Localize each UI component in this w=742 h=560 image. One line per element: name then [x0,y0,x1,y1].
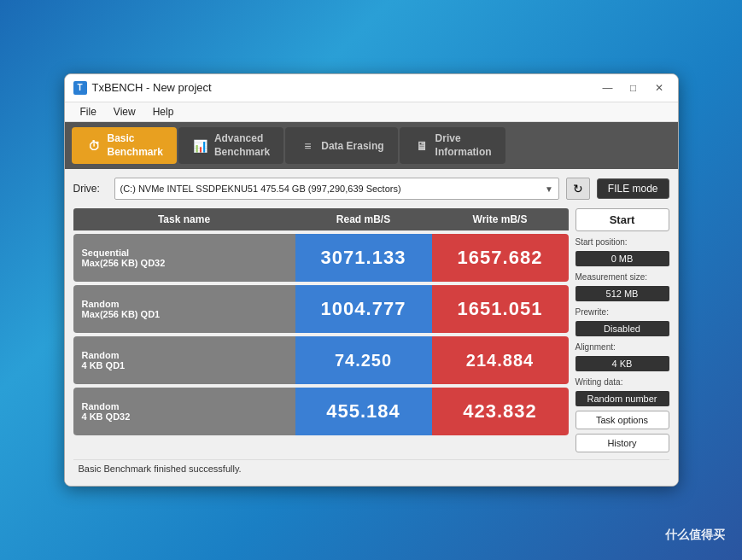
read-random-4k-qd1: 74.250 [295,336,432,384]
close-button[interactable]: ✕ [649,79,669,96]
window-title: TxBENCH - New project [92,81,212,94]
writing-data-label: Writing data: [575,377,669,387]
drive-row: Drive: (C:) NVMe INTEL SSDPEKNU51 475.54… [73,178,669,200]
drive-select[interactable]: (C:) NVMe INTEL SSDPEKNU51 475.54 GB (99… [114,178,559,200]
read-random-4k-qd32: 455.184 [295,388,432,435]
title-bar: T TxBENCH - New project — □ ✕ [65,74,678,102]
menu-bar: File View Help [65,102,678,122]
task-random-4k-qd32: Random 4 KB QD32 [73,388,295,435]
write-sequential: 1657.682 [432,234,569,282]
task-random-4k-qd1: Random 4 KB QD1 [73,336,295,384]
content-area: Drive: (C:) NVMe INTEL SSDPEKNU51 475.54… [65,169,678,486]
tab-advanced-label: AdvancedBenchmark [214,132,270,159]
table-row: Random Max(256 KB) QD1 1004.777 1651.051 [73,285,569,333]
alignment-label: Alignment: [575,342,669,352]
basic-benchmark-icon: ⏱ [85,137,102,155]
tab-erasing-label: Data Erasing [321,140,383,152]
col-header-write: Write mB/S [432,208,569,230]
file-mode-button[interactable]: FILE mode [597,178,669,199]
minimize-button[interactable]: — [598,79,618,96]
menu-help[interactable]: Help [144,104,183,120]
tab-drive-label: DriveInformation [435,132,492,159]
maximize-button[interactable]: □ [623,79,644,96]
table-header: Task name Read mB/S Write mB/S [73,208,569,230]
col-header-read: Read mB/S [295,208,432,230]
menu-view[interactable]: View [105,104,144,120]
write-random-max: 1651.051 [432,285,569,333]
status-bar: Basic Benchmark finished successfully. [73,459,669,477]
measurement-size-label: Measurement size: [575,272,669,282]
start-button[interactable]: Start [575,208,669,231]
drive-select-arrow-icon: ▼ [545,184,553,194]
task-sequential: Sequential Max(256 KB) QD32 [73,234,295,282]
side-panel: Start Start position: 0 MB Measurement s… [575,208,669,452]
status-message: Basic Benchmark finished successfully. [79,464,242,474]
read-sequential: 3071.133 [295,234,432,282]
start-position-value: 0 MB [575,251,669,266]
advanced-benchmark-icon: 📊 [192,137,209,155]
drive-information-icon: 🖥 [413,137,430,155]
alignment-value: 4 KB [575,356,669,371]
col-header-task: Task name [73,208,295,230]
writing-data-value: Random number [575,391,669,406]
data-erasing-icon: ≡ [299,137,316,155]
drive-select-value: (C:) NVMe INTEL SSDPEKNU51 475.54 GB (99… [120,184,401,194]
benchmark-table: Task name Read mB/S Write mB/S Sequentia… [73,208,569,452]
write-random-4k-qd32: 423.832 [432,388,569,435]
refresh-icon: ↻ [573,182,583,195]
tab-basic-label: BasicBenchmark [108,132,163,159]
tab-advanced-benchmark[interactable]: 📊 AdvancedBenchmark [178,127,283,164]
task-options-button[interactable]: Task options [575,411,669,429]
table-row: Random 4 KB QD1 74.250 214.884 [73,336,569,384]
read-random-max: 1004.777 [295,285,432,333]
history-button[interactable]: History [575,434,669,452]
write-random-4k-qd1: 214.884 [432,336,569,384]
measurement-size-value: 512 MB [575,286,669,301]
tab-data-erasing[interactable]: ≡ Data Erasing [285,127,397,164]
main-content: Task name Read mB/S Write mB/S Sequentia… [73,208,669,452]
title-bar-left: T TxBENCH - New project [73,81,212,95]
prewrite-label: Prewrite: [575,307,669,317]
title-bar-controls: — □ ✕ [598,79,669,96]
application-window: T TxBENCH - New project — □ ✕ File View … [64,73,679,487]
task-random-max: Random Max(256 KB) QD1 [73,285,295,333]
table-row: Sequential Max(256 KB) QD32 3071.133 165… [73,234,569,282]
tab-basic-benchmark[interactable]: ⏱ BasicBenchmark [72,127,177,164]
tab-drive-information[interactable]: 🖥 DriveInformation [400,127,505,164]
drive-refresh-button[interactable]: ↻ [566,178,590,200]
table-row: Random 4 KB QD32 455.184 423.832 [73,388,569,435]
toolbar: ⏱ BasicBenchmark 📊 AdvancedBenchmark ≡ D… [65,122,678,169]
watermark: 什么值得买 [665,528,725,543]
start-position-label: Start position: [575,237,669,247]
app-icon: T [73,81,87,95]
menu-file[interactable]: File [72,104,105,120]
drive-label: Drive: [73,183,108,195]
prewrite-value: Disabled [575,321,669,336]
